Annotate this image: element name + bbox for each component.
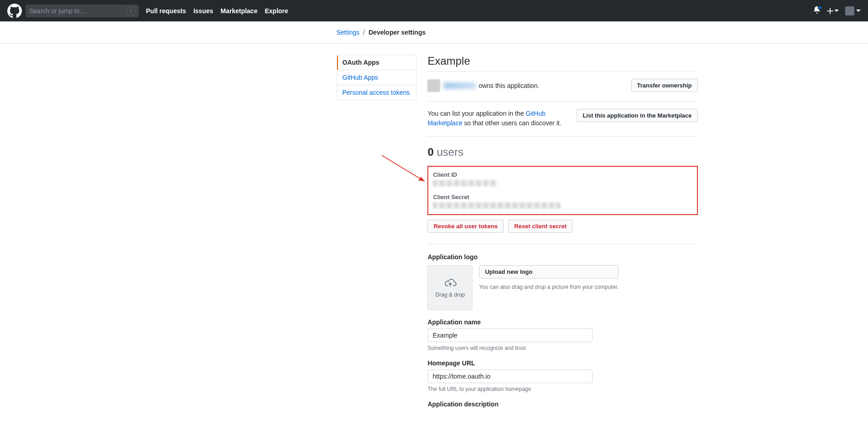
breadcrumb-current: Developer settings [369,29,426,36]
content-area: Example owns this application. Transfer … [427,55,697,410]
sidebar-item-oauth-apps[interactable]: OAuth Apps [337,55,416,70]
application-name-input[interactable] [427,328,593,342]
nav-pull-requests[interactable]: Pull requests [146,7,186,15]
sidebar-item-personal-access-tokens[interactable]: Personal access tokens [337,85,416,100]
application-name-label: Application name [427,318,697,326]
avatar [845,6,854,15]
list-in-marketplace-button[interactable]: List this application in the Marketplace [577,109,697,122]
svg-marker-1 [418,177,425,181]
client-secret-value [433,202,561,209]
svg-line-0 [382,155,425,181]
homepage-url-input[interactable] [427,369,593,383]
client-id-value [433,180,497,186]
revoke-tokens-button[interactable]: Revoke all user tokens [427,220,504,233]
marketplace-text-prefix: You can list your application in the [427,110,525,117]
marketplace-text-suffix: so that other users can discover it. [463,119,561,127]
user-menu[interactable] [845,6,861,15]
marketplace-row: You can list your application in the Git… [427,109,697,137]
search-input[interactable] [29,7,127,15]
search-slash-hint: / [127,7,135,15]
token-buttons-row: Revoke all user tokens Reset client secr… [427,220,697,233]
transfer-ownership-button[interactable]: Transfer ownership [631,79,698,92]
users-number: 0 [427,146,433,158]
owner-row: owns this application. Transfer ownershi… [427,79,697,102]
client-secret-label: Client Secret [433,194,692,200]
settings-sidebar: OAuth Apps GitHub Apps Personal access t… [337,55,417,100]
primary-nav: Pull requests Issues Marketplace Explore [146,7,288,15]
header-right [813,6,861,15]
owner-text: owns this application. [478,82,539,89]
notification-dot [818,5,822,10]
upload-hint: You can also drag and drop a picture fro… [479,284,619,290]
reset-secret-button[interactable]: Reset client secret [508,220,572,233]
nav-issues[interactable]: Issues [193,7,213,15]
application-logo-label: Application logo [427,244,697,261]
upload-logo-button[interactable]: Upload new logo [479,265,619,278]
github-logo[interactable] [7,4,22,18]
owner-username[interactable] [444,82,476,89]
application-description-label: Application description [427,400,697,408]
application-name-help: Something users will recognize and trust [427,345,697,351]
homepage-url-label: Homepage URL [427,359,697,367]
page-title: Example [427,55,697,72]
search-box[interactable]: / [26,5,139,17]
sidebar-item-github-apps[interactable]: GitHub Apps [337,70,416,85]
notifications-icon[interactable] [813,6,821,15]
main-layout: OAuth Apps GitHub Apps Personal access t… [163,44,705,421]
annotation-arrow-icon [378,153,433,190]
create-new-dropdown[interactable] [827,8,839,14]
nav-marketplace[interactable]: Marketplace [221,7,258,15]
homepage-url-help: The full URL to your application homepag… [427,386,697,392]
logo-row: Drag & drop Upload new logo You can also… [427,265,697,310]
users-count: 0 users [427,146,697,159]
breadcrumb-separator: / [363,29,365,36]
drag-drop-zone[interactable]: Drag & drop [427,265,473,310]
owner-avatar [427,79,440,92]
client-id-label: Client ID [433,171,692,178]
breadcrumb-bar: Settings / Developer settings [0,21,868,44]
nav-explore[interactable]: Explore [265,7,288,15]
client-credentials-box: Client ID Client Secret [427,166,697,215]
cloud-upload-icon [444,278,457,288]
users-label: users [437,146,463,158]
breadcrumb-settings[interactable]: Settings [337,29,360,36]
drag-drop-text: Drag & drop [436,292,465,298]
global-header: / Pull requests Issues Marketplace Explo… [0,0,868,21]
